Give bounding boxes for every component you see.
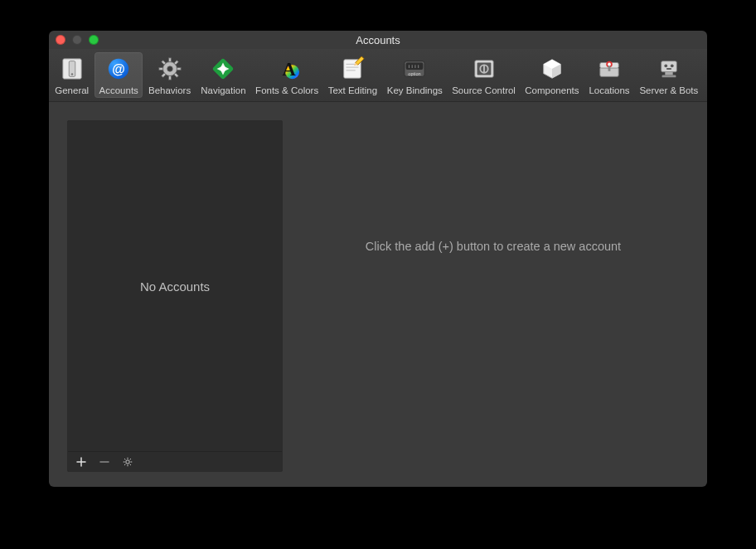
accounts-list[interactable]: No Accounts [68,121,282,451]
fonts-colors-icon: A [274,56,300,82]
svg-rect-10 [177,68,181,70]
locations-icon [596,56,623,82]
preferences-window: Accounts General [49,31,707,487]
tab-label: Behaviors [148,85,191,95]
tab-label: Key Bindings [387,85,443,95]
tab-server-bots[interactable]: Server & Bots [636,52,702,98]
tab-label: Locations [589,85,629,95]
svg-point-6 [167,66,172,72]
svg-text:A: A [283,59,297,80]
svg-rect-9 [158,68,162,70]
key-bindings-icon: option [401,56,428,82]
tab-label: Source Control [452,85,516,95]
behaviors-gear-icon [157,56,183,82]
svg-rect-40 [662,75,676,78]
svg-rect-11 [174,61,178,65]
accounts-sidebar-footer [68,451,282,471]
add-account-button[interactable] [75,455,88,469]
text-editing-icon [339,56,366,82]
svg-rect-23 [406,63,424,70]
tab-label: Server & Bots [639,85,698,95]
svg-rect-43 [666,68,671,70]
svg-rect-12 [161,73,165,77]
tab-label: Accounts [99,85,138,95]
account-detail-pane: Click the add (+) button to create a new… [298,120,689,472]
tab-source-control[interactable]: Source Control [448,52,520,98]
content-area: No Accounts [49,102,707,487]
svg-point-41 [664,64,667,67]
tab-fonts-colors[interactable]: A Fonts & Colors [252,52,322,98]
account-actions-button[interactable] [121,455,134,469]
gear-icon [122,456,133,468]
empty-state-hint: Click the add (+) button to create a new… [366,240,621,253]
server-bots-icon [656,56,682,82]
svg-point-37 [608,63,611,66]
svg-rect-14 [174,73,178,77]
svg-point-2 [70,73,72,75]
minus-icon [99,457,109,467]
accounts-sidebar: No Accounts [67,120,283,472]
tab-label: Text Editing [328,85,377,95]
accounts-icon: @ [105,56,132,82]
accounts-empty-text: No Accounts [140,279,210,294]
tab-label: General [55,85,89,95]
tab-locations[interactable]: Locations [584,52,633,98]
tab-navigation[interactable]: Navigation [196,52,250,98]
svg-rect-8 [168,75,171,80]
general-icon [59,56,85,82]
titlebar[interactable]: Accounts [49,31,707,49]
tab-label: Fonts & Colors [255,85,318,95]
svg-rect-7 [168,58,171,62]
svg-rect-32 [483,65,485,72]
tab-components[interactable]: Components [521,52,583,98]
svg-point-42 [671,64,674,67]
tab-key-bindings[interactable]: option Key Bindings [383,52,447,98]
window-title: Accounts [56,34,700,46]
tab-accounts[interactable]: @ Accounts [94,52,143,98]
svg-rect-13 [161,61,165,65]
components-icon [539,56,565,82]
tab-label: Components [525,85,579,95]
svg-text:option: option [409,71,421,76]
source-control-icon [471,56,497,82]
svg-point-44 [126,459,129,463]
tab-text-editing[interactable]: Text Editing [324,52,381,98]
tab-label: Navigation [201,85,245,95]
preferences-toolbar: General @ Accounts [49,49,707,102]
plus-icon [76,457,86,467]
remove-account-button[interactable] [98,455,111,469]
svg-rect-38 [661,61,676,72]
svg-text:@: @ [112,62,125,76]
tab-general[interactable]: General [51,52,93,98]
navigation-icon [210,56,236,82]
svg-rect-39 [665,72,672,75]
tab-behaviors[interactable]: Behaviors [144,52,195,98]
